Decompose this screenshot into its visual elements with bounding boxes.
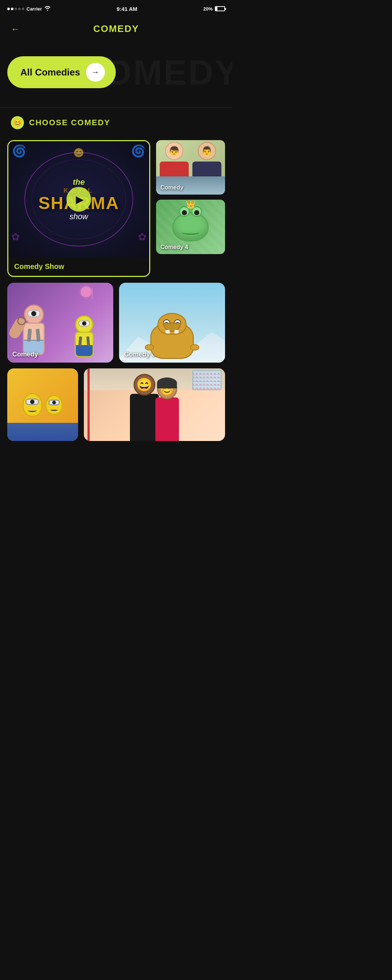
carrier-label: Carrier <box>27 6 42 12</box>
signal-dot-5 <box>22 8 24 10</box>
card-comedy-minions[interactable]: Comedy <box>7 283 113 363</box>
card-comedy-minions-label: Comedy <box>12 351 38 358</box>
row-medium: Comedy <box>7 283 225 363</box>
small-card-stack: 👦 👨 Comedy <box>156 140 225 254</box>
card-comedy-4-label: Comedy 4 <box>161 244 188 250</box>
row-bottom: 😄 😊 <box>7 368 225 441</box>
card-comedy-4[interactable]: 👑 Comedy 4 <box>156 200 225 254</box>
section-title: CHOOSE COMEDY <box>29 118 110 127</box>
status-left: Carrier <box>7 6 51 12</box>
signal-dot-3 <box>14 8 17 10</box>
card-comedy-1[interactable]: 👦 👨 Comedy <box>156 140 225 194</box>
card-comedy-1-label: Comedy <box>161 185 183 191</box>
signal-dot-2 <box>11 8 13 10</box>
all-comedies-button[interactable]: All Comedies → <box>7 56 116 88</box>
arrow-circle-icon: → <box>86 63 105 82</box>
status-right: 20% <box>203 6 225 12</box>
status-bar: Carrier 9:41 AM 20% <box>0 0 232 16</box>
kapil-the-text: the <box>38 178 120 187</box>
kapil-show-text: show <box>38 212 120 221</box>
signal-dot-1 <box>7 8 10 10</box>
wifi-icon <box>44 6 51 12</box>
shows-grid: 😊 🌀 🌀 ✿ ✿ the KAPIL SHARMA show ▶ <box>0 137 232 469</box>
card-featured-visual: 😊 🌀 🌀 ✿ ✿ the KAPIL SHARMA show ▶ <box>8 141 149 257</box>
play-icon: ▶ <box>76 194 84 205</box>
signal-dot-4 <box>18 8 21 10</box>
signal-indicator <box>7 8 24 10</box>
card-comedy-iceage[interactable]: Comedy 6 <box>119 283 225 363</box>
play-button[interactable]: ▶ <box>67 187 91 212</box>
header: ← COMEDY <box>0 16 232 38</box>
all-comedies-label: All Comedies <box>20 67 80 78</box>
time-display: 9:41 AM <box>116 6 137 12</box>
row-featured: 😊 🌀 🌀 ✿ ✿ the KAPIL SHARMA show ▶ <box>7 140 225 277</box>
smiley-icon: 😊 <box>11 116 24 129</box>
battery-percent: 20% <box>203 6 213 12</box>
page-title: COMEDY <box>93 23 139 35</box>
card-bottom-minions[interactable] <box>7 368 78 441</box>
section-header: 😊 CHOOSE COMEDY <box>0 107 232 137</box>
back-button[interactable]: ← <box>11 24 20 34</box>
featured-card-label: Comedy Show <box>8 257 149 276</box>
card-bottom-kapil-couple[interactable]: 😄 😊 <box>84 368 225 441</box>
banner-area: COMEDY All Comedies → <box>0 38 232 107</box>
card-featured-kapil[interactable]: 😊 🌀 🌀 ✿ ✿ the KAPIL SHARMA show ▶ <box>7 140 150 277</box>
battery-icon <box>215 6 225 11</box>
battery-fill <box>215 7 217 11</box>
